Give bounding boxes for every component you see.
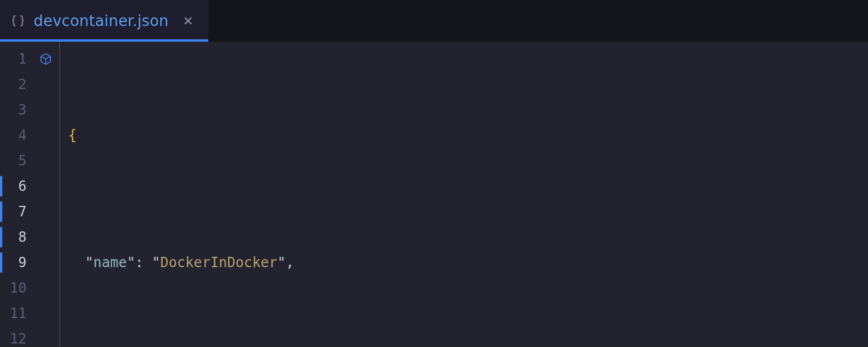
line-number: 9 [0, 250, 32, 275]
line-number: 6 [0, 174, 32, 199]
json-key: name [93, 254, 127, 271]
line-number: 4 [0, 123, 32, 148]
line-number: 1 [0, 46, 32, 72]
tab-bar: devcontainer.json [0, 0, 868, 42]
code-area[interactable]: { "name": "DockerInDocker", "image": "ub… [59, 42, 868, 347]
glyph-margin [32, 42, 59, 347]
line-number: 7 [0, 199, 32, 224]
line-number: 8 [0, 224, 32, 250]
tab-filename: devcontainer.json [34, 12, 169, 29]
line-number: 5 [0, 148, 32, 174]
line-number: 2 [0, 72, 32, 97]
line-number-gutter: 1 2 3 4 5 6 7 8 9 10 11 12 [0, 42, 32, 347]
tab-devcontainer[interactable]: devcontainer.json [0, 0, 208, 42]
line-number: 3 [0, 97, 32, 123]
code-editor[interactable]: 1 2 3 4 5 6 7 8 9 10 11 12 { "name": "Do… [0, 42, 868, 347]
line-number: 10 [0, 275, 32, 301]
line-number: 12 [0, 326, 32, 347]
json-file-icon [10, 13, 25, 28]
line-number: 11 [0, 301, 32, 326]
json-value: DockerInDocker [160, 254, 277, 271]
brace-open: { [68, 127, 76, 143]
close-icon[interactable] [183, 16, 193, 26]
cube-icon [32, 46, 59, 72]
